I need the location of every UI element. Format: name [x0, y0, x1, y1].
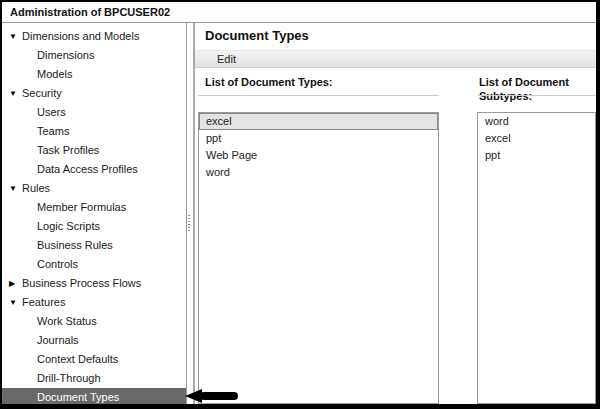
tree-expander-icon[interactable] [9, 179, 22, 198]
panel-splitter[interactable] [186, 23, 194, 404]
sidebar-item[interactable]: Business Rules [2, 236, 186, 255]
sidebar-item[interactable]: Security [2, 84, 186, 103]
sidebar-item-label: Context Defaults [37, 350, 118, 369]
sidebar-item[interactable]: Dimensions and Models [2, 27, 186, 46]
list-item[interactable]: Web Page [199, 147, 438, 164]
section-divider [198, 95, 439, 96]
sidebar-item-label: Task Profiles [37, 141, 99, 160]
sidebar-item-label: Dimensions and Models [22, 27, 139, 46]
sidebar-item[interactable]: Journals [2, 331, 186, 350]
page-title: Document Types [205, 28, 596, 44]
sidebar-item-label: Business Process Flows [22, 274, 141, 293]
navigation-tree: Dimensions and Models Dimensions Models … [2, 23, 186, 404]
document-types-label: List of Document Types: [198, 75, 439, 89]
document-subtypes-label: List of Document Subtypes: [477, 75, 596, 89]
tree-expander-icon[interactable] [9, 274, 22, 293]
edit-button[interactable]: Edit [217, 53, 236, 65]
admin-window: Administration of BPCUSER02 Dimensions a… [0, 0, 600, 409]
sidebar-item[interactable]: Models [2, 65, 186, 84]
sidebar-item[interactable]: Data Access Profiles [2, 160, 186, 179]
sidebar-item-label: Data Access Profiles [37, 160, 138, 179]
document-subtypes-section: List of Document Subtypes: word excel pp… [477, 75, 596, 404]
sidebar-item[interactable]: Document Types [2, 388, 186, 404]
sidebar-item-label: Features [22, 293, 65, 312]
tree-expander-icon[interactable] [9, 27, 22, 46]
sidebar-item-label: Rules [22, 179, 50, 198]
toolbar: Edit [195, 50, 596, 68]
sidebar-item[interactable]: Users [2, 103, 186, 122]
sidebar-item[interactable]: Features [2, 293, 186, 312]
list-item[interactable]: excel [199, 113, 438, 130]
list-item-label: word [485, 114, 509, 129]
sidebar-item-label: Business Rules [37, 236, 113, 255]
sidebar-item[interactable]: Member Formulas [2, 198, 186, 217]
document-types-section: List of Document Types: excel ppt Web Pa… [198, 75, 439, 404]
main-panel: Document Types Edit List of Document Typ… [194, 23, 596, 404]
sidebar-item-label: Security [22, 84, 62, 103]
sidebar-item-label: Controls [37, 255, 78, 274]
sidebar-item-label: Logic Scripts [37, 217, 100, 236]
tree-expander-icon[interactable] [9, 293, 22, 312]
list-item[interactable]: excel [478, 130, 595, 147]
sidebar-item-label: Teams [37, 122, 69, 141]
sidebar-item-label: Member Formulas [37, 198, 126, 217]
list-item-label: excel [485, 131, 511, 146]
list-item[interactable]: ppt [199, 130, 438, 147]
sidebar-item[interactable]: Controls [2, 255, 186, 274]
sidebar-item-label: Document Types [37, 388, 119, 404]
sidebar-item[interactable]: Business Process Flows [2, 274, 186, 293]
sidebar-item[interactable]: Work Status [2, 312, 186, 331]
column-gap [439, 75, 477, 404]
document-types-listbox: excel ppt Web Page word [198, 112, 439, 404]
list-item[interactable]: word [199, 164, 438, 181]
sidebar-item[interactable]: Drill-Through [2, 369, 186, 388]
sidebar-item[interactable]: Rules [2, 179, 186, 198]
sidebar-item-label: Models [37, 65, 72, 84]
sidebar-item-label: Journals [37, 331, 79, 350]
sidebar-item[interactable]: Task Profiles [2, 141, 186, 160]
window-titlebar: Administration of BPCUSER02 [2, 2, 596, 23]
list-item-label: ppt [206, 131, 221, 146]
splitter-grip-icon[interactable] [188, 215, 190, 231]
list-item-label: Web Page [206, 148, 257, 163]
sidebar-item[interactable]: Logic Scripts [2, 217, 186, 236]
sidebar-item[interactable]: Dimensions [2, 46, 186, 65]
sidebar-item-label: Users [37, 103, 66, 122]
sidebar-item-label: Drill-Through [37, 369, 101, 388]
tree-expander-icon[interactable] [9, 84, 22, 103]
sidebar-item[interactable]: Context Defaults [2, 350, 186, 369]
window-title: Administration of BPCUSER02 [10, 6, 170, 18]
list-item-label: word [206, 165, 230, 180]
sidebar-item-label: Dimensions [37, 46, 94, 65]
document-subtypes-listbox: word excel ppt [477, 112, 596, 404]
list-item[interactable]: word [478, 113, 595, 130]
sidebar-item-label: Work Status [37, 312, 97, 331]
list-item-label: ppt [485, 148, 500, 163]
list-item[interactable]: ppt [478, 147, 595, 164]
list-item-label: excel [206, 114, 232, 129]
section-divider [477, 95, 596, 96]
sidebar-item[interactable]: Teams [2, 122, 186, 141]
